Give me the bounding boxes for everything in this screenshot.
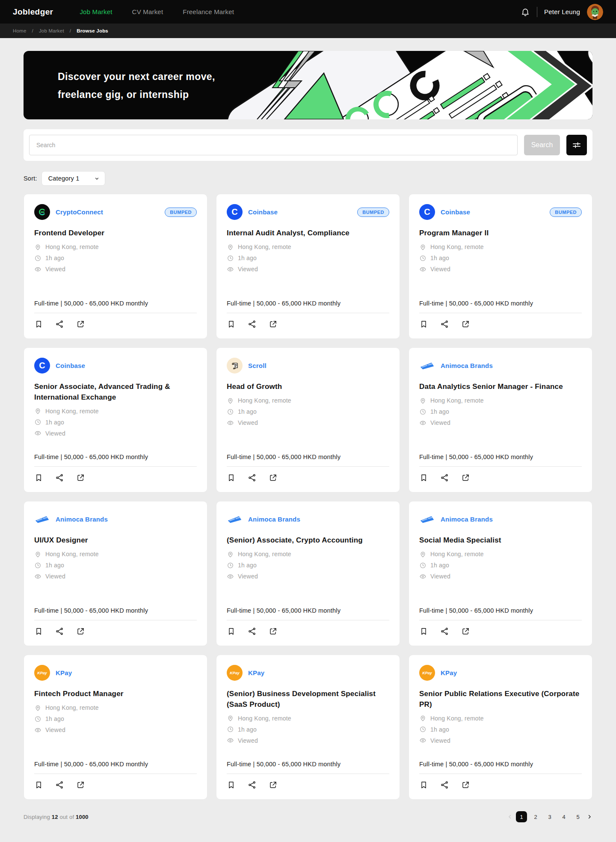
company-name[interactable]: Animoca Brands [441,362,493,369]
bookmark-button[interactable] [419,320,428,329]
share-button[interactable] [248,780,257,789]
bookmark-button[interactable] [34,627,43,636]
open-external-button[interactable] [269,627,278,636]
coinbase-c-glyph: C [231,207,238,217]
job-title: Social Media Specialist [419,535,582,546]
open-external-button[interactable] [461,320,470,329]
open-external-button[interactable] [269,780,278,789]
open-external-button[interactable] [76,320,85,329]
share-button[interactable] [440,780,449,789]
pagination-page-2[interactable]: 2 [530,811,541,822]
share-button[interactable] [440,627,449,636]
share-button[interactable] [248,473,257,482]
job-card[interactable]: C Coinbase BUMPED Internal Audit Analyst… [216,194,400,339]
open-external-button[interactable] [269,320,278,329]
nav-item-freelance-market[interactable]: Freelance Market [183,8,234,15]
job-card[interactable]: KPay KPay Senior Public Relations Execut… [409,655,592,800]
open-external-button[interactable] [269,473,278,482]
bookmark-button[interactable] [227,780,236,789]
company-logo-cryptoconnect-icon [34,204,50,220]
job-title: Program Manager II [419,228,582,239]
company-name[interactable]: CryptoConnect [56,208,103,216]
open-external-button[interactable] [76,473,85,482]
bookmark-button[interactable] [34,780,43,789]
pagination-next-button[interactable] [586,814,592,820]
company-name[interactable]: KPay [441,669,457,676]
card-actions [227,780,389,789]
job-card[interactable]: Scroll Head of Growth Hong Kong, remote … [216,347,400,492]
open-external-button[interactable] [76,780,85,789]
pagination-page-4[interactable]: 4 [558,811,569,822]
open-external-button[interactable] [461,627,470,636]
bookmark-button[interactable] [34,320,43,329]
job-location-text: Hong Kong, remote [238,397,291,404]
open-external-button[interactable] [461,780,470,789]
job-card[interactable]: Animoca Brands (Senior) Associate, Crypt… [216,501,400,646]
company-name[interactable]: Coinbase [248,208,278,216]
share-button[interactable] [55,473,64,482]
job-card[interactable]: CryptoConnect BUMPED Frontend Developer … [24,194,207,339]
job-card[interactable]: C Coinbase BUMPED Program Manager II Hon… [409,194,592,339]
company-name[interactable]: Coinbase [441,208,470,216]
location-pin-icon [419,551,426,558]
company-logo-animoca-icon [419,511,435,527]
share-button[interactable] [248,320,257,329]
job-card[interactable]: Animoca Brands UI/UX Designer Hong Kong,… [24,501,207,646]
job-location-text: Hong Kong, remote [238,243,291,250]
bookmark-button[interactable] [419,780,428,789]
job-card[interactable]: Animoca Brands Data Analytics Senior Man… [409,347,592,492]
app-logo[interactable]: Jobledger [13,7,53,17]
external-link-icon [461,473,470,482]
nav-right: Peter Leung [521,4,603,20]
open-external-button[interactable] [461,473,470,482]
search-input[interactable] [29,135,518,155]
nav-item-job-market[interactable]: Job Market [80,8,112,15]
company-name[interactable]: KPay [56,669,72,676]
share-icon [440,627,449,636]
card-actions [34,780,197,789]
bookmark-button[interactable] [419,473,428,482]
summary-shown-count: 12 [52,814,58,820]
eye-icon [419,419,426,427]
user-avatar[interactable] [587,4,603,20]
job-card-header: Animoca Brands [419,358,582,374]
sort-select[interactable]: Category 1 [41,171,105,186]
hero-illustration [207,51,592,119]
bookmark-button[interactable] [227,627,236,636]
company-name[interactable]: Animoca Brands [248,516,300,523]
company-name[interactable]: Scroll [248,362,267,369]
nav-item-cv-market[interactable]: CV Market [132,8,163,15]
pagination-prev-button[interactable] [507,814,513,820]
job-card[interactable]: KPay KPay Fintech Product Manager Hong K… [24,655,207,800]
company-name[interactable]: KPay [248,669,264,676]
company-name[interactable]: Animoca Brands [441,516,493,523]
share-button[interactable] [440,473,449,482]
job-card[interactable]: KPay KPay (Senior) Business Development … [216,655,400,800]
breadcrumb-link[interactable]: Job Market [39,28,64,33]
company-name[interactable]: Coinbase [56,362,85,369]
job-viewed-status: Viewed [227,573,389,580]
share-icon [440,780,449,789]
external-link-icon [269,627,278,636]
filter-button[interactable] [566,135,587,155]
share-button[interactable] [55,320,64,329]
job-card[interactable]: C Coinbase Senior Associate, Advanced Tr… [24,347,207,492]
bookmark-button[interactable] [227,473,236,482]
pagination-page-5[interactable]: 5 [572,811,583,822]
share-button[interactable] [248,627,257,636]
share-button[interactable] [440,320,449,329]
user-name[interactable]: Peter Leung [544,8,580,15]
share-button[interactable] [55,780,64,789]
share-button[interactable] [55,627,64,636]
pagination-page-1[interactable]: 1 [516,811,527,822]
open-external-button[interactable] [76,627,85,636]
pagination-page-3[interactable]: 3 [544,811,555,822]
notifications-bell-icon[interactable] [521,7,530,17]
company-name[interactable]: Animoca Brands [56,516,108,523]
bookmark-button[interactable] [419,627,428,636]
bookmark-button[interactable] [34,473,43,482]
job-card[interactable]: Animoca Brands Social Media Specialist H… [409,501,592,646]
bookmark-button[interactable] [227,320,236,329]
search-button[interactable]: Search [524,135,560,155]
breadcrumb-link[interactable]: Home [13,28,26,33]
